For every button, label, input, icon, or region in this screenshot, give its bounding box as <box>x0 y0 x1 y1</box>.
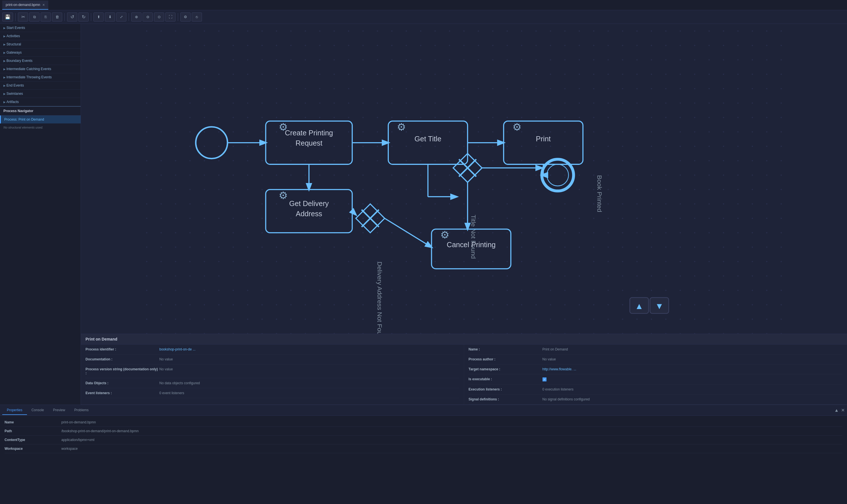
zoom-in-button[interactable]: ⊕ <box>131 13 141 22</box>
prop-val-contenttype: application/bpmn+xml <box>62 438 843 442</box>
properties-panel: Properties Console Preview Problems ▲ ✕ … <box>0 405 847 504</box>
sidebar-item-structural[interactable]: Structural <box>0 40 81 49</box>
prop-row-contenttype: ContentType application/bpmn+xml <box>4 436 843 445</box>
process-info-section: Print on Demand Process identifier : boo… <box>81 334 847 405</box>
execution-listeners-value: 0 execution listeners <box>542 388 843 391</box>
sidebar-item-artifacts[interactable]: Artifacts <box>0 98 81 106</box>
toolbar: 💾 ✂ ⧉ ⎘ 🗑 ↺ ↻ ⬆ ⬇ ⤢ ⊕ ⊖ ⊙ ⛶ ⚙ ⎋ <box>0 10 847 24</box>
event-listeners-label: Event listeners : <box>86 391 159 395</box>
prop-row-path: Path /bookshop-print-on-demand/print-on-… <box>4 427 843 436</box>
tab-close-button[interactable]: × <box>42 3 45 7</box>
bpmn-canvas[interactable]: Create Printing Request ⚙ Get Title ⚙ Pr… <box>81 24 847 334</box>
arrange-button[interactable]: ⤢ <box>116 13 126 22</box>
zoom-fit-button[interactable]: ⊙ <box>154 13 164 22</box>
sidebar-item-gateways[interactable]: Gateways <box>0 49 81 57</box>
target-namespace-value: http://www.flowable. ... <box>542 367 843 371</box>
svg-text:Print: Print <box>536 135 551 143</box>
version-string-row: Process version string (documentation on… <box>86 364 459 378</box>
settings-button[interactable]: ⚙ <box>180 13 191 22</box>
tab-bar: print-on-demand.bpmn × <box>0 0 847 10</box>
paste-button[interactable]: ⎘ <box>41 13 51 22</box>
execution-listeners-label: Execution listeners : <box>469 388 542 391</box>
process-navigator: Process Navigator Process: Print on Dema… <box>0 106 81 131</box>
copy-button[interactable]: ⧉ <box>29 13 39 22</box>
signal-definitions-value: No signal definitions configured <box>542 397 843 401</box>
undo-button[interactable]: ↺ <box>67 13 77 22</box>
svg-text:Get Title: Get Title <box>414 135 442 143</box>
prop-val-name: print-on-demand.bpmn <box>62 420 843 424</box>
sidebar-item-intermediate-throwing[interactable]: Intermediate Throwing Events <box>0 73 81 82</box>
svg-text:Delivery Address Not Found: Delivery Address Not Found <box>376 262 383 334</box>
sidebar-item-boundary-events[interactable]: Boundary Events <box>0 57 81 65</box>
align-up-button[interactable]: ⬆ <box>93 13 104 22</box>
signal-definitions-row: Signal definitions : No signal definitio… <box>469 394 843 404</box>
svg-text:⚙: ⚙ <box>397 122 406 133</box>
export-button[interactable]: ⎋ <box>192 13 202 22</box>
prop-row-workspace: Workspace workspace <box>4 445 843 453</box>
toolbar-sep-1 <box>15 13 16 21</box>
svg-text:Request: Request <box>295 139 322 147</box>
left-panel: Start Events Activities Structural Gatew… <box>0 24 81 405</box>
prop-key-contenttype: ContentType <box>4 438 62 442</box>
process-navigator-title: Process Navigator <box>0 107 81 115</box>
execution-listeners-row: Execution listeners : 0 execution listen… <box>469 384 843 394</box>
data-objects-row: Data Objects : No data objects configure… <box>86 378 459 388</box>
delete-button[interactable]: 🗑 <box>52 13 62 22</box>
is-executable-row: Is executable : ✓ <box>469 374 843 385</box>
prop-key-path: Path <box>4 429 62 433</box>
toolbar-sep-3 <box>91 13 91 21</box>
documentation-value: No value <box>159 357 459 361</box>
process-navigator-item[interactable]: Process: Print on Demand <box>0 115 81 123</box>
svg-text:⚙: ⚙ <box>279 122 288 133</box>
process-identifier-value: bookshop-print-on-de ... <box>159 347 459 351</box>
is-executable-label: Is executable : <box>469 377 542 381</box>
properties-tabs: Properties Console Preview Problems ▲ ✕ <box>0 405 847 416</box>
tab-properties[interactable]: Properties <box>2 406 27 415</box>
close-panel-button[interactable]: ✕ <box>841 408 845 413</box>
target-namespace-label: Target namespace : <box>469 367 542 371</box>
executable-checkbox[interactable]: ✓ <box>542 377 547 381</box>
signal-definitions-label: Signal definitions : <box>469 397 542 401</box>
svg-text:Book Printed: Book Printed <box>596 175 603 212</box>
prop-key-name: Name <box>4 420 62 424</box>
sidebar-item-intermediate-catching[interactable]: Intermediate Catching Events <box>0 65 81 73</box>
process-author-label: Process author : <box>469 357 542 361</box>
prop-val-path: /bookshop-print-on-demand/print-on-deman… <box>62 429 843 433</box>
sidebar-item-end-events[interactable]: End Events <box>0 82 81 90</box>
toolbar-sep-2 <box>65 13 65 21</box>
tab-preview[interactable]: Preview <box>49 406 70 415</box>
zoom-out-button[interactable]: ⊖ <box>143 13 153 22</box>
cut-button[interactable]: ✂ <box>18 13 28 22</box>
svg-text:Cancel Printing: Cancel Printing <box>447 241 496 249</box>
collapse-button[interactable]: ▲ <box>834 408 839 413</box>
process-identifier-row: Process identifier : bookshop-print-on-d… <box>86 344 459 355</box>
tab-problems[interactable]: Problems <box>70 406 93 415</box>
fullscreen-button[interactable]: ⛶ <box>165 13 175 22</box>
tab-actions: ▲ ✕ <box>834 408 845 413</box>
save-button[interactable]: 💾 <box>2 13 13 22</box>
prop-row-name: Name print-on-demand.bpmn <box>4 418 843 427</box>
canvas-area: Create Printing Request ⚙ Get Title ⚙ Pr… <box>81 24 847 405</box>
file-tab[interactable]: print-on-demand.bpmn × <box>2 1 48 10</box>
sidebar-item-swimlanes[interactable]: Swimlanes <box>0 90 81 98</box>
main-area: Start Events Activities Structural Gatew… <box>0 24 847 405</box>
sidebar-item-start-events[interactable]: Start Events <box>0 24 81 32</box>
is-executable-value[interactable]: ✓ <box>542 377 843 382</box>
tab-console[interactable]: Console <box>27 406 49 415</box>
toolbar-sep-5 <box>178 13 178 21</box>
svg-text:⚙: ⚙ <box>440 229 449 241</box>
target-namespace-row: Target namespace : http://www.flowable. … <box>469 364 843 374</box>
name-value: Print on Demand <box>542 347 843 351</box>
svg-text:⚙: ⚙ <box>279 190 288 201</box>
redo-button[interactable]: ↻ <box>79 13 89 22</box>
event-listeners-row: Event listeners : 0 event listeners <box>86 388 459 398</box>
event-listeners-value: 0 event listeners <box>159 391 459 395</box>
name-row: Name : Print on Demand <box>469 344 843 355</box>
svg-text:Get Delivery: Get Delivery <box>289 199 329 208</box>
svg-text:Create Printing: Create Printing <box>285 129 333 137</box>
version-string-value: No value <box>159 367 459 371</box>
process-author-row: Process author : No value <box>469 355 843 364</box>
svg-text:⚙: ⚙ <box>513 122 521 133</box>
align-down-button[interactable]: ⬇ <box>105 13 115 22</box>
sidebar-item-activities[interactable]: Activities <box>0 32 81 40</box>
